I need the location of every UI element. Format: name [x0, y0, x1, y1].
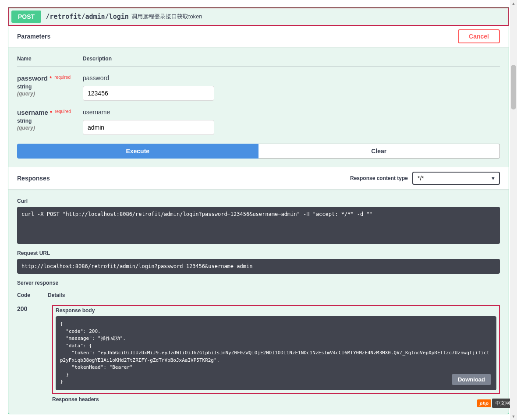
param-name: password — [17, 74, 48, 82]
clear-button[interactable]: Clear — [258, 144, 500, 159]
column-description-header: Description — [83, 56, 112, 62]
response-body-title: Response body — [56, 307, 496, 314]
param-in: (query) — [17, 125, 83, 131]
required-star-icon: * — [50, 109, 52, 116]
scroll-down-arrow-icon[interactable]: ▼ — [510, 413, 517, 414]
param-type: string — [17, 118, 83, 124]
table-row: 200 Response body { "code": 200, "messag… — [17, 305, 500, 405]
username-input[interactable] — [83, 120, 214, 135]
param-description: password — [83, 74, 500, 81]
download-button[interactable]: Download — [452, 374, 491, 385]
content-type-wrapper: Response content type */* ▼ — [350, 172, 500, 185]
parameters-table-header: Name Description — [17, 56, 500, 67]
operation-block: POST /retrofit/admin/login 调用远程登录接口获取tok… — [8, 7, 509, 414]
param-name-cell: password * required string (query) — [17, 74, 83, 101]
request-url-title: Request URL — [17, 250, 500, 256]
execute-button-row: Execute Clear — [8, 144, 509, 167]
cancel-button[interactable]: Cancel — [458, 29, 500, 43]
required-star-icon: * — [50, 75, 52, 82]
required-label: required — [54, 109, 71, 114]
response-body-output[interactable]: { "code": 200, "message": "操作成功", "data"… — [56, 316, 496, 390]
details-header: Details — [48, 292, 65, 298]
endpoint-path: /retrofit/admin/login — [46, 13, 129, 21]
param-name: username — [17, 109, 48, 116]
endpoint-description: 调用远程登录接口获取token — [131, 13, 202, 21]
responses-title: Responses — [17, 175, 50, 182]
response-table-header: Code Details — [17, 292, 500, 301]
http-method-badge: POST — [11, 11, 41, 23]
response-details: Response body { "code": 200, "message": … — [52, 305, 500, 405]
password-input[interactable] — [83, 86, 214, 101]
response-body-highlight: Response body { "code": 200, "message": … — [52, 305, 500, 394]
param-description: username — [83, 109, 500, 116]
vertical-scrollbar[interactable]: ▲ ▼ — [510, 0, 517, 414]
response-headers-title: Response headers — [52, 396, 500, 402]
responses-inner: Curl curl -X POST "http://localhost:8086… — [8, 189, 509, 414]
response-table: Code Details 200 Response body { "code":… — [17, 292, 500, 405]
table-row: password * required string (query) passw… — [17, 74, 500, 101]
content-type-select[interactable]: */* — [412, 172, 500, 185]
param-name-cell: username * required string (query) — [17, 109, 83, 135]
request-url-output[interactable]: http://localhost:8086/retrofit/admin/log… — [17, 259, 500, 274]
table-row: username * required string (query) usern… — [17, 109, 500, 135]
parameters-table: Name Description password * required str… — [8, 47, 509, 144]
operation-summary[interactable]: POST /retrofit/admin/login 调用远程登录接口获取tok… — [8, 7, 509, 26]
execute-button[interactable]: Execute — [17, 144, 258, 159]
scroll-up-arrow-icon[interactable]: ▲ — [510, 0, 517, 7]
code-header: Code — [17, 292, 30, 298]
param-type: string — [17, 84, 83, 90]
responses-header: Responses Response content type */* ▼ — [8, 167, 509, 189]
watermark: php 中文网 — [477, 399, 513, 408]
server-response-title: Server response — [17, 280, 500, 286]
php-logo-icon: php — [477, 399, 491, 407]
status-code: 200 — [17, 305, 35, 405]
param-in: (query) — [17, 91, 83, 97]
scroll-thumb[interactable] — [511, 65, 516, 109]
content-type-label: Response content type — [350, 175, 408, 181]
column-name-header: Name — [17, 56, 83, 62]
curl-output[interactable]: curl -X POST "http://localhost:8086/retr… — [17, 207, 500, 244]
parameters-title: Parameters — [17, 33, 50, 40]
param-description-cell: password — [83, 74, 500, 101]
param-description-cell: username — [83, 109, 500, 135]
required-label: required — [53, 75, 71, 80]
curl-title: Curl — [17, 198, 500, 204]
parameters-header: Parameters Cancel — [8, 26, 509, 47]
